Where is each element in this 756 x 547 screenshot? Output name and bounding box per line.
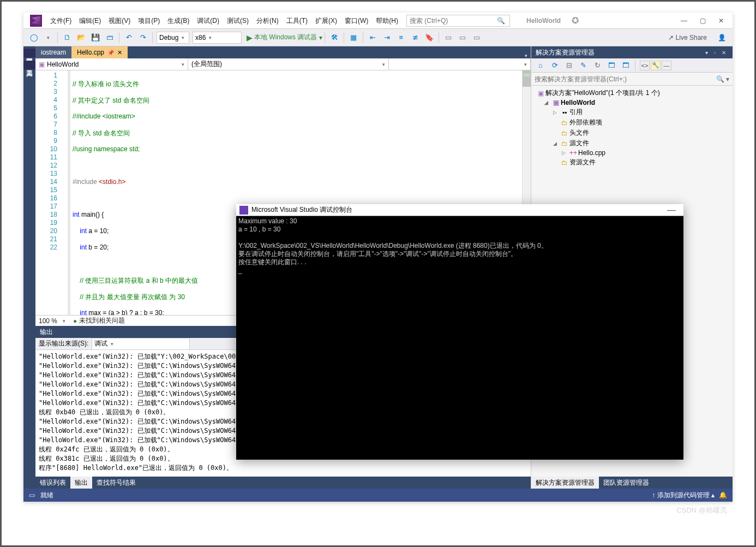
sync-icon[interactable]: ⟳: [549, 60, 561, 72]
tree-resources[interactable]: 🗀资源文件: [531, 157, 733, 168]
toolbox-tab[interactable]: 工具箱: [23, 61, 35, 69]
view-code-icon[interactable]: <>: [640, 61, 650, 70]
tab-iostream[interactable]: iostream: [35, 46, 71, 58]
bookmark-button[interactable]: 🔖: [423, 32, 435, 44]
platform-dropdown[interactable]: x86▾: [193, 32, 242, 44]
menu-help[interactable]: 帮助(H): [372, 13, 402, 29]
tab-dropdown-icon[interactable]: ▾: [521, 53, 531, 58]
config-dropdown[interactable]: Debug▾: [157, 32, 189, 44]
tab-team-explorer[interactable]: 团队资源管理器: [599, 477, 653, 489]
tree-project[interactable]: ◢▣HelloWorld: [531, 98, 733, 107]
tool-btn-2[interactable]: ▦: [347, 32, 359, 44]
tab-solution-explorer[interactable]: 解决方案资源管理器: [531, 477, 599, 489]
tool-icon-4[interactable]: 🗔: [605, 60, 617, 72]
tree-references[interactable]: ▷▪▪引用: [531, 107, 733, 117]
scrollbar-thumb[interactable]: [523, 70, 531, 87]
solution-search[interactable]: 🔍 ▾: [531, 73, 733, 86]
tab-hello-cpp[interactable]: Hello.cpp📌✕: [71, 46, 128, 58]
uncomment-button[interactable]: ≢: [409, 32, 421, 44]
close-button[interactable]: ✕: [712, 14, 730, 28]
tool-icon-5[interactable]: 🗔: [620, 60, 632, 72]
start-debug-button[interactable]: ▶本地 Windows 调试器▾: [247, 33, 322, 42]
tree-headers[interactable]: 🗀头文件: [531, 128, 733, 138]
menu-window[interactable]: 窗口(W): [341, 13, 372, 29]
scm-button[interactable]: ↑ 添加到源代码管理 ▴: [652, 491, 715, 500]
props-icon[interactable]: —: [662, 61, 671, 70]
console-minimize[interactable]: —: [663, 205, 680, 215]
indent-inc-button[interactable]: ⇥: [381, 32, 393, 44]
menu-analyze[interactable]: 分析(N): [253, 13, 283, 29]
tool-icon-3[interactable]: ↻: [591, 60, 603, 72]
menu-tools[interactable]: 工具(T): [283, 13, 311, 29]
menu-debug[interactable]: 调试(D): [193, 13, 223, 29]
solution-search-input[interactable]: [535, 75, 716, 83]
tree-solution-root[interactable]: ▣解决方案"HelloWorld"(1 个项目/共 1 个): [531, 88, 733, 98]
share-icon: ↗: [668, 34, 674, 41]
issues-text: 未找到相关问题: [79, 316, 125, 325]
solution-tree[interactable]: ▣解决方案"HelloWorld"(1 个项目/共 1 个) ◢▣HelloWo…: [531, 86, 733, 170]
save-button[interactable]: 💾: [89, 32, 101, 44]
member-dropdown[interactable]: (全局范围)▾: [188, 58, 389, 70]
save-all-button[interactable]: 🗃: [104, 32, 116, 44]
expand-icon[interactable]: ▷: [562, 150, 568, 156]
menu-project[interactable]: 项目(P): [134, 13, 164, 29]
open-file-button[interactable]: 📂: [75, 32, 87, 44]
menu-extensions[interactable]: 扩展(X): [311, 13, 341, 29]
tree-sources[interactable]: ◢🗀源文件: [531, 138, 733, 148]
tool-btn-c[interactable]: ▭: [471, 32, 483, 44]
tool-btn-a[interactable]: ▭: [442, 32, 454, 44]
tool-icon-1[interactable]: ⊟: [563, 60, 575, 72]
fold-margin[interactable]: [61, 70, 68, 315]
menu-edit[interactable]: 编辑(E): [75, 13, 105, 29]
collapse-icon[interactable]: ◢: [544, 100, 551, 105]
pin-icon[interactable]: 📌: [107, 50, 114, 56]
maximize-button[interactable]: ▢: [693, 14, 712, 28]
project-icon: ▣: [551, 99, 561, 106]
line-gutter: 12345678910111213141516171819202122: [35, 70, 61, 315]
quick-search[interactable]: 🔍: [406, 15, 510, 27]
collapse-icon[interactable]: ◢: [553, 141, 560, 146]
member-dropdown-2[interactable]: ▾: [389, 58, 531, 70]
menu-view[interactable]: 视图(V): [105, 13, 134, 29]
menu-file[interactable]: 文件(F): [46, 13, 75, 29]
wrench-icon[interactable]: 🔧: [651, 61, 661, 70]
folder-icon: 🗀: [560, 119, 569, 127]
chevron-down-icon[interactable]: ▾: [42, 32, 54, 44]
quick-search-input[interactable]: [410, 17, 497, 25]
solution-explorer-header[interactable]: 解决方案资源管理器▾ ▫ ✕: [531, 46, 733, 58]
indent-dec-button[interactable]: ⇤: [367, 32, 379, 44]
undo-button[interactable]: ↶: [123, 32, 135, 44]
console-titlebar[interactable]: Microsoft Visual Studio 调试控制台 —: [236, 204, 683, 216]
feedback-icon[interactable]: [572, 15, 587, 26]
refs-icon: ▪▪: [560, 109, 569, 116]
menu-test[interactable]: 测试(S): [223, 13, 253, 29]
redo-button[interactable]: ↷: [137, 32, 149, 44]
output-source-dropdown[interactable]: 调试▾: [92, 338, 190, 350]
nav-back-button[interactable]: ◯: [28, 32, 40, 44]
tab-error-list[interactable]: 错误列表: [35, 477, 70, 489]
tab-find-symbols[interactable]: 查找符号结果: [92, 477, 140, 489]
home-icon[interactable]: ⌂: [535, 60, 547, 72]
debug-console-window[interactable]: Microsoft Visual Studio 调试控制台 — Maximum …: [236, 204, 683, 460]
app-title: HelloWorld: [526, 17, 561, 25]
tool-icon-2[interactable]: ✎: [577, 60, 589, 72]
live-share-button[interactable]: ↗ Live Share 👤: [665, 34, 729, 41]
expand-icon[interactable]: ▷: [553, 110, 560, 115]
comment-button[interactable]: ≡: [395, 32, 407, 44]
panel-header-icons[interactable]: ▾ ▫ ✕: [705, 50, 728, 56]
tool-btn-1[interactable]: 🛠: [328, 32, 340, 44]
notifications-icon[interactable]: 🔔: [719, 491, 727, 499]
tool-btn-b[interactable]: ▭: [457, 32, 469, 44]
zoom-level[interactable]: 100 %: [39, 317, 57, 325]
tab-output[interactable]: 输出: [70, 477, 92, 489]
new-file-button[interactable]: 🗋: [61, 32, 73, 44]
scope-dropdown[interactable]: ▣HelloWorld▾: [35, 58, 188, 70]
tree-external-deps[interactable]: 🗀外部依赖项: [531, 117, 733, 128]
account-icon[interactable]: 👤: [718, 34, 726, 41]
minimize-button[interactable]: —: [675, 14, 693, 28]
tree-file-hello-cpp[interactable]: ▷++Hello.cpp: [531, 148, 733, 157]
console-output[interactable]: Maximum value : 30 a = 10 , b = 30 Y:\00…: [236, 216, 683, 460]
menu-build[interactable]: 生成(B): [164, 13, 193, 29]
close-tab-icon[interactable]: ✕: [117, 49, 122, 56]
server-explorer-tab[interactable]: 服务器资源管理器: [23, 49, 35, 57]
